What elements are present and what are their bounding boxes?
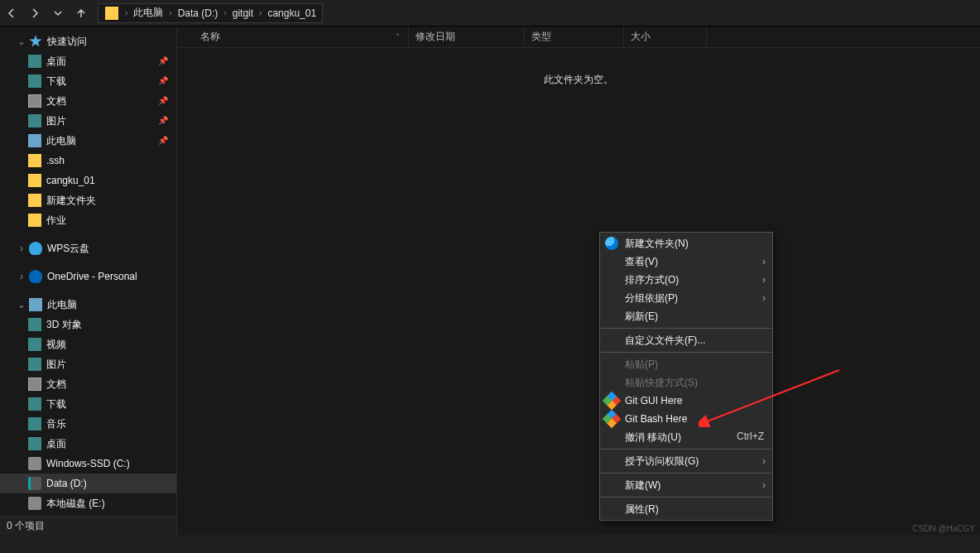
file-list-area[interactable]: 名称˄ 修改日期 类型 大小 此文件夹为空。 新建文件夹(N) 查看(V)› 排… xyxy=(177,26,980,535)
sidebar-onedrive[interactable]: ›OneDrive - Personal xyxy=(0,267,176,286)
sidebar-drive-e[interactable]: 本地磁盘 (E:) xyxy=(0,493,176,513)
breadcrumb-root[interactable]: 此电脑 xyxy=(131,6,166,20)
git-icon xyxy=(603,410,622,429)
breadcrumb-item[interactable]: cangku_01 xyxy=(265,7,319,19)
pc-icon xyxy=(29,298,42,311)
ctx-new[interactable]: 新建(W)› xyxy=(600,476,772,494)
git-icon xyxy=(603,392,622,411)
sidebar-documents[interactable]: 文档📌 xyxy=(0,91,176,111)
sidebar-pictures-2[interactable]: 图片 xyxy=(0,354,176,374)
pin-icon: 📌 xyxy=(158,136,168,145)
document-icon xyxy=(28,94,41,108)
ctx-git-gui[interactable]: Git GUI Here xyxy=(600,392,772,410)
chevron-right-icon[interactable]: › xyxy=(256,8,265,17)
sidebar-wps[interactable]: ›WPS云盘 xyxy=(0,238,176,258)
sidebar-label: 3D 对象 xyxy=(46,318,82,332)
sidebar-label: 此电脑 xyxy=(47,298,77,312)
drive-icon xyxy=(28,497,41,510)
chevron-right-icon[interactable]: › xyxy=(166,8,175,17)
sidebar-music[interactable]: 音乐 xyxy=(0,414,176,434)
chevron-right-icon[interactable]: › xyxy=(122,8,131,17)
sidebar-this-pc-quick[interactable]: 此电脑📌 xyxy=(0,131,176,151)
column-name[interactable]: 名称˄ xyxy=(194,26,409,47)
column-size[interactable]: 大小 xyxy=(624,26,707,47)
sidebar-label: cangku_01 xyxy=(46,175,95,186)
chevron-right-icon: › xyxy=(762,479,766,491)
sidebar-videos[interactable]: 视频 xyxy=(0,334,176,354)
sidebar-label: Windows-SSD (C:) xyxy=(46,458,130,469)
sidebar-3d-objects[interactable]: 3D 对象 xyxy=(0,315,176,334)
folder-icon xyxy=(28,194,41,207)
ctx-view[interactable]: 查看(V)› xyxy=(600,252,772,271)
pin-icon: 📌 xyxy=(158,96,168,105)
music-icon xyxy=(28,417,41,430)
ctx-sort[interactable]: 排序方式(O)› xyxy=(600,271,772,289)
breadcrumb-item[interactable]: gitgit xyxy=(230,7,256,19)
sidebar-desktop-2[interactable]: 桌面 xyxy=(0,434,176,454)
sidebar-drive-d[interactable]: Data (D:) xyxy=(0,474,176,493)
sidebar-label: 文档 xyxy=(46,377,66,392)
sidebar-downloads-2[interactable]: 下载 xyxy=(0,394,176,414)
sidebar-this-pc[interactable]: ⌄此电脑 xyxy=(0,295,176,315)
column-modified[interactable]: 修改日期 xyxy=(409,26,525,47)
chevron-right-icon: › xyxy=(762,274,766,286)
sidebar-label: 下载 xyxy=(46,75,66,89)
menu-separator xyxy=(601,497,771,498)
nav-up-button[interactable] xyxy=(70,2,93,25)
nav-forward-button[interactable] xyxy=(23,2,46,25)
sidebar-label: 本地磁盘 (E:) xyxy=(46,497,105,511)
ctx-customize[interactable]: 自定义文件夹(F)... xyxy=(600,331,772,349)
chevron-right-icon: › xyxy=(762,292,766,304)
cloud-icon xyxy=(29,242,42,255)
sidebar-new-folder[interactable]: 新建文件夹 xyxy=(0,190,176,210)
pictures-icon xyxy=(28,358,41,371)
column-headers: 名称˄ 修改日期 类型 大小 xyxy=(177,26,980,48)
sidebar-pictures[interactable]: 图片📌 xyxy=(0,111,176,131)
pin-icon: 📌 xyxy=(158,56,168,65)
download-icon xyxy=(28,75,41,88)
ctx-grant-access[interactable]: 授予访问权限(G)› xyxy=(600,452,772,470)
desktop-icon xyxy=(28,437,41,450)
folder-icon xyxy=(28,214,41,227)
pictures-icon xyxy=(28,114,41,127)
sidebar-cangku[interactable]: cangku_01 xyxy=(0,171,176,190)
nav-recent-button[interactable] xyxy=(46,2,70,25)
sidebar-label: 下载 xyxy=(46,397,66,411)
empty-folder-message: 此文件夹为空。 xyxy=(177,73,980,87)
sidebar-ssh[interactable]: .ssh xyxy=(0,151,176,171)
sidebar-drive-c[interactable]: Windows-SSD (C:) xyxy=(0,454,176,474)
star-icon xyxy=(29,35,42,48)
address-bar[interactable]: › 此电脑 › Data (D:) › gitgit › cangku_01 xyxy=(98,3,323,23)
ctx-properties[interactable]: 属性(R) xyxy=(600,500,772,518)
sort-indicator-icon: ˄ xyxy=(396,32,400,41)
ctx-paste-shortcut: 粘贴快捷方式(S) xyxy=(600,373,772,392)
drive-icon xyxy=(28,457,41,470)
ctx-undo-move[interactable]: 撤消 移动(U)Ctrl+Z xyxy=(600,428,772,446)
sidebar-desktop[interactable]: 桌面📌 xyxy=(0,51,176,71)
drive-icon xyxy=(28,477,41,490)
onedrive-icon xyxy=(29,270,42,283)
navigation-sidebar: ⌄快速访问 桌面📌 下载📌 文档📌 图片📌 此电脑📌 .ssh cangku_0… xyxy=(0,26,177,535)
sidebar-label: .ssh xyxy=(46,155,65,166)
sidebar-downloads[interactable]: 下载📌 xyxy=(0,71,176,91)
ctx-paste: 粘贴(P) xyxy=(600,355,772,373)
sidebar-documents-2[interactable]: 文档 xyxy=(0,374,176,394)
ctx-group[interactable]: 分组依据(P)› xyxy=(600,289,772,307)
sidebar-homework[interactable]: 作业 xyxy=(0,210,176,230)
sidebar-label: 桌面 xyxy=(46,55,66,69)
sidebar-label: 视频 xyxy=(46,338,66,352)
folder-icon xyxy=(105,7,118,20)
sidebar-label: OneDrive - Personal xyxy=(47,271,137,282)
ctx-refresh[interactable]: 刷新(E) xyxy=(600,307,772,325)
nav-back-button[interactable] xyxy=(0,2,23,25)
chevron-right-icon[interactable]: › xyxy=(220,8,229,17)
column-type[interactable]: 类型 xyxy=(525,26,624,47)
menu-separator xyxy=(601,352,771,353)
sidebar-quick-access[interactable]: ⌄快速访问 xyxy=(0,31,176,51)
titlebar: › 此电脑 › Data (D:) › gitgit › cangku_01 xyxy=(0,0,980,26)
chevron-right-icon: › xyxy=(762,455,766,467)
ctx-git-bash[interactable]: Git Bash Here xyxy=(600,410,772,428)
sidebar-label: 新建文件夹 xyxy=(46,194,96,208)
breadcrumb-item[interactable]: Data (D:) xyxy=(175,7,221,19)
ctx-new-folder[interactable]: 新建文件夹(N) xyxy=(600,234,772,252)
